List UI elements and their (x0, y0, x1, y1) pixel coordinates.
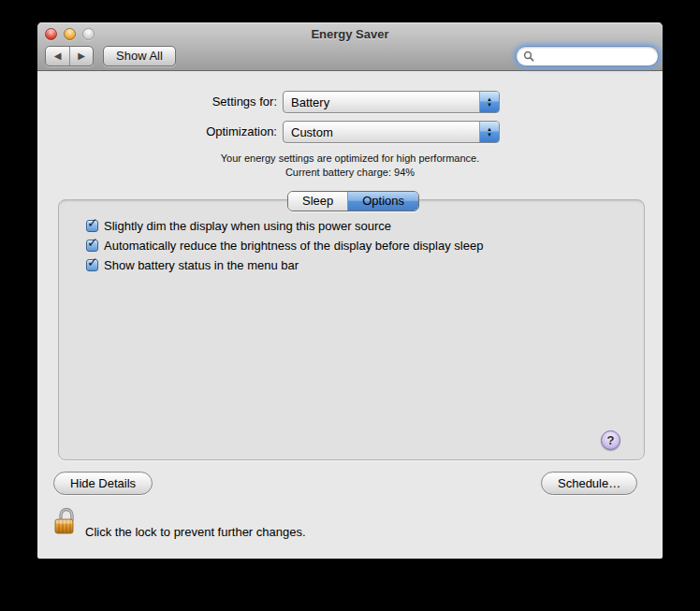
schedule-button[interactable]: Schedule… (541, 472, 637, 495)
forward-arrow-icon: ▶ (78, 51, 85, 61)
checkbox-label[interactable]: Slightly dim the display when using this… (104, 219, 391, 233)
energy-saver-window: Energy Saver ◀ ▶ Show All Settings for: … (37, 22, 663, 559)
lock-row: Click the lock to prevent further change… (54, 505, 429, 543)
window-title: Energy Saver (37, 22, 663, 45)
checkbox-label[interactable]: Automatically reduce the brightness of t… (104, 239, 483, 253)
popup-stepper-icon: ▲ ▼ (479, 92, 499, 112)
checkbox-label[interactable]: Show battery status in the menu bar (104, 258, 299, 272)
popup-stepper-icon: ▲ ▼ (479, 122, 499, 142)
dim-display-checkbox[interactable]: ✓ (86, 220, 98, 232)
help-button[interactable]: ? (601, 430, 620, 450)
optimization-popup[interactable]: Custom ▲ ▼ (283, 121, 500, 143)
checkbox-row-battery-status: ✓ Show battery status in the menu bar (86, 257, 299, 272)
optimization-value: Custom (284, 125, 479, 139)
checkmark-icon: ✓ (87, 235, 98, 250)
nav-history-control: ◀ ▶ (45, 46, 94, 66)
down-arrow-icon: ▼ (487, 103, 492, 108)
search-input[interactable] (538, 50, 654, 64)
lock-hint-text: Click the lock to prevent further change… (85, 525, 306, 539)
show-all-button[interactable]: Show All (103, 46, 176, 66)
search-icon (523, 51, 534, 62)
checkbox-row-reduce-brightness: ✓ Automatically reduce the brightness of… (86, 238, 483, 253)
checkbox-row-dim-display: ✓ Slightly dim the display when using th… (86, 218, 391, 233)
battery-status-checkbox[interactable]: ✓ (86, 259, 98, 271)
settings-for-value: Battery (284, 95, 479, 109)
sleep-options-tab-bar: Sleep Options (287, 191, 419, 211)
down-arrow-icon: ▼ (487, 133, 492, 138)
settings-for-popup[interactable]: Battery ▲ ▼ (283, 91, 500, 113)
settings-for-label: Settings for: (37, 91, 277, 113)
forward-button[interactable]: ▶ (69, 47, 93, 65)
optimization-label: Optimization: (37, 121, 277, 143)
battery-charge-text: Current battery charge: 94% (37, 166, 663, 179)
up-arrow-icon: ▲ (487, 127, 492, 132)
tab-options[interactable]: Options (347, 192, 418, 211)
unlocked-padlock-icon[interactable] (54, 505, 79, 537)
tab-sleep[interactable]: Sleep (288, 192, 347, 211)
checkmark-icon: ✓ (87, 215, 98, 230)
back-button[interactable]: ◀ (46, 47, 69, 65)
options-panel: ✓ Slightly dim the display when using th… (58, 199, 645, 460)
checkmark-icon: ✓ (87, 255, 98, 269)
back-arrow-icon: ◀ (54, 51, 62, 61)
reduce-brightness-checkbox[interactable]: ✓ (86, 240, 98, 252)
search-field[interactable] (516, 46, 659, 66)
hide-details-button[interactable]: Hide Details (53, 472, 153, 495)
up-arrow-icon: ▲ (487, 97, 492, 102)
optimization-info-text: Your energy settings are optimized for h… (37, 152, 663, 165)
window-header: Energy Saver ◀ ▶ Show All (37, 22, 663, 71)
